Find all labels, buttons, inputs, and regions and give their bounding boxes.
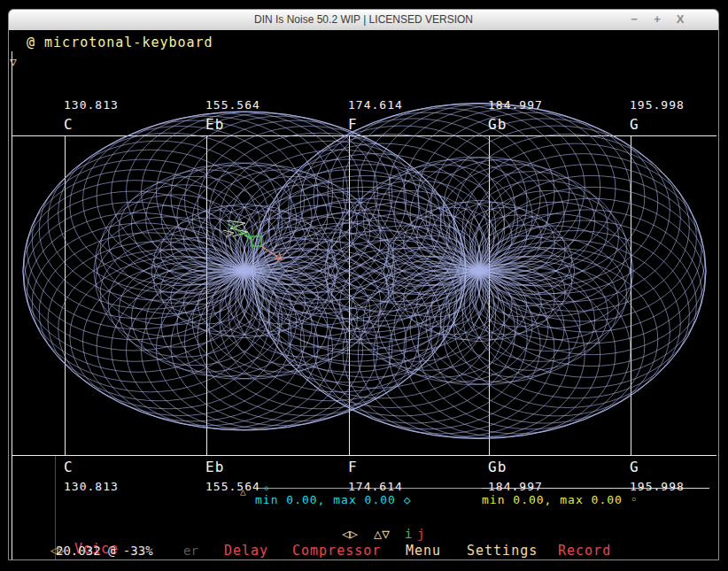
menu-item-settings[interactable]: Settings	[467, 543, 538, 559]
top-freq-Eb: 155.564	[205, 98, 260, 112]
key-hint-i: i	[405, 527, 412, 541]
meter-diamond-icon: ◇	[264, 483, 268, 492]
top-freq-Gb: 184.997	[488, 98, 543, 112]
note-nav-arrows[interactable]: ◁▷	[342, 526, 358, 542]
listing-triangle-icon[interactable]: ▽	[10, 55, 17, 68]
frequency-readout: 20.032 @ -33%	[56, 544, 153, 558]
minimize-button[interactable]: −	[626, 12, 642, 27]
pitch-marker-triangle[interactable]: △	[240, 486, 246, 498]
close-button[interactable]: X	[672, 12, 688, 27]
top-freq-G: 195.998	[630, 98, 685, 112]
bottom-freq-F: 174.614	[348, 480, 403, 493]
bottom-freq-C: 130.813	[64, 480, 119, 493]
minmax-readout-right: min 0.00, max 0.00 ◦	[482, 493, 639, 506]
top-note-Gb: Gb	[488, 116, 507, 133]
top-note-C: C	[64, 116, 74, 133]
mixer-label-fragment: er	[183, 544, 198, 558]
bottom-freq-Gb: 184.997	[488, 480, 543, 493]
din-canvas[interactable]: @ microtonal-keyboard ▽ 130.813CC130.813…	[9, 30, 718, 559]
bottom-note-G: G	[630, 459, 639, 475]
mesh-ellipses	[23, 104, 706, 439]
bottom-freq-Eb: 155.564	[205, 480, 260, 493]
menu-item-compressor[interactable]: Compressor	[292, 543, 381, 559]
window-title: DIN Is Noise 50.2 WIP | LICENSED VERSION	[9, 13, 718, 26]
app-window: DIN Is Noise 50.2 WIP | LICENSED VERSION…	[8, 9, 719, 560]
bottom-note-Eb: Eb	[205, 459, 224, 475]
bottom-note-Gb: Gb	[488, 459, 507, 475]
maximize-button[interactable]: +	[649, 12, 665, 27]
top-note-Eb: Eb	[205, 116, 224, 133]
screen: DIN Is Noise 50.2 WIP | LICENSED VERSION…	[0, 0, 728, 571]
bottom-note-F: F	[348, 459, 358, 475]
menu-item-delay[interactable]: Delay	[224, 543, 268, 559]
window-titlebar[interactable]: DIN Is Noise 50.2 WIP | LICENSED VERSION…	[9, 10, 718, 31]
top-note-F: F	[348, 116, 358, 133]
menu-item-record[interactable]: Record	[558, 543, 611, 559]
minmax-readout-left: min 0.00, max 0.00 ◇	[255, 493, 412, 506]
top-note-G: G	[630, 116, 639, 133]
bottom-note-C: C	[64, 459, 74, 475]
patch-title: @ microtonal-keyboard	[27, 35, 213, 50]
top-freq-F: 174.614	[348, 98, 403, 112]
key-hint-j: j	[417, 527, 424, 541]
bottom-freq-G: 195.998	[630, 480, 685, 493]
top-freq-C: 130.813	[64, 98, 119, 112]
menu-item-menu[interactable]: Menu	[406, 543, 441, 559]
octave-shift-arrows[interactable]: △▽	[374, 526, 390, 542]
